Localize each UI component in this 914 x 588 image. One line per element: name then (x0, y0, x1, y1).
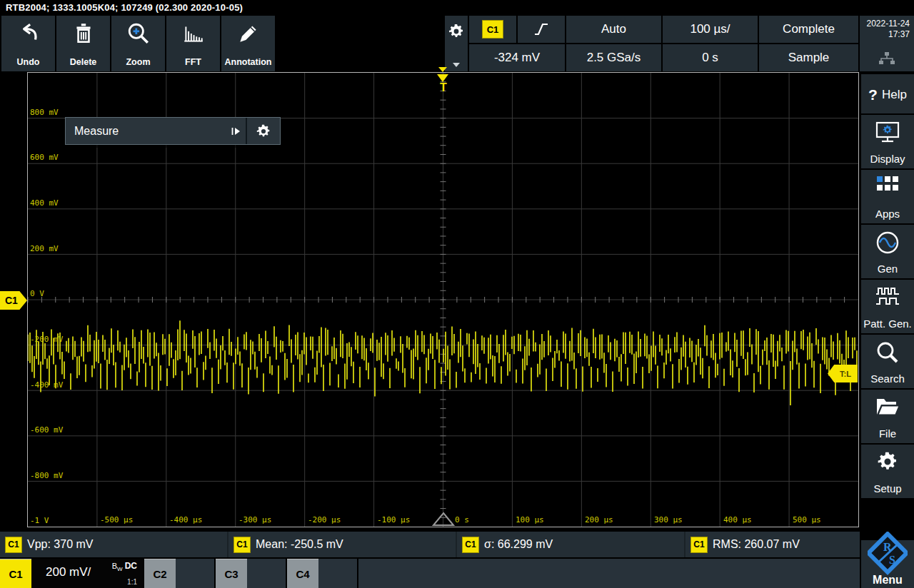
sidebar-item-gen[interactable]: Gen (861, 225, 914, 278)
sidebar-item-setup[interactable]: Setup (861, 445, 914, 498)
measurement-value: σ: 66.299 mV (484, 538, 553, 551)
sidebar-item-apps[interactable]: Apps (861, 170, 914, 223)
time-label: 200 µs (585, 515, 613, 524)
voltage-label: 600 mV (30, 153, 59, 162)
zoom-label: Zoom (126, 57, 150, 67)
chevron-down-icon (453, 63, 460, 67)
measurement-rms: C1 RMS: 260.07 mV (686, 532, 860, 557)
sidebar-item-help[interactable]: ? Help (861, 74, 914, 113)
time-label: -300 µs (238, 515, 271, 524)
channel-c4-settings[interactable] (318, 559, 357, 588)
status-trigger-slope[interactable] (518, 16, 565, 43)
undo-label: Undo (17, 57, 40, 67)
sidebar-item-label: Apps (875, 208, 900, 220)
undo-icon (16, 21, 41, 46)
sample-rate-value: 2.5 GSa/s (587, 51, 641, 65)
rising-edge-icon (533, 21, 550, 38)
date-time-panel[interactable]: 2022-11-24 17:37 (860, 16, 914, 71)
display-icon (875, 121, 900, 143)
voltage-label: 200 mV (30, 244, 59, 253)
status-trigger-source[interactable]: C1 (469, 16, 516, 43)
measure-popup-title[interactable]: Measure (66, 118, 226, 144)
channel-tab-c3[interactable]: C3 (216, 559, 247, 588)
sidebar-item-label: Search (870, 372, 905, 385)
sidebar-item-search[interactable]: Search (861, 335, 914, 388)
status-time: 17:37 (867, 29, 910, 40)
status-timebase[interactable]: 100 µs/ (663, 16, 758, 43)
channel-c1-settings[interactable]: 200 mV/ BW DC 1:1 (31, 559, 143, 588)
status-trigger-mode[interactable]: Auto (566, 16, 661, 43)
time-label: 0 s (455, 515, 469, 524)
toolbar-settings-button[interactable] (445, 16, 468, 71)
sidebar-item-label: File (879, 427, 896, 440)
time-label: 400 µs (723, 515, 752, 524)
channel-badge: C1 (5, 537, 22, 553)
undo-button[interactable]: Undo (1, 16, 55, 71)
status-acquisition-mode[interactable]: Sample (759, 44, 858, 71)
pencil-icon (236, 21, 261, 46)
channel-c3-settings[interactable] (247, 559, 286, 588)
sidebar-item-label: Patt. Gen. (863, 318, 912, 330)
annotation-button[interactable]: Annotation (221, 16, 275, 71)
zoom-button[interactable]: Zoom (111, 16, 165, 71)
channel-tab-label: C2 (153, 568, 166, 580)
lan-icon (878, 51, 896, 66)
measurement-bar: C1 Vpp: 370 mV C1 Mean: -250.5 mV C1 σ: … (0, 532, 860, 557)
channel-badge: C1 (462, 537, 479, 553)
search-icon (875, 340, 900, 365)
trigger-position-label: T (438, 81, 449, 94)
sidebar-item-label: Help (882, 88, 907, 102)
time-label: -100 µs (377, 515, 410, 524)
channel-badge: C1 (233, 537, 251, 553)
measurement-sigma: C1 σ: 66.299 mV (457, 532, 684, 557)
voltage-label: -800 mV (30, 471, 63, 480)
sidebar-item-pattern-generator[interactable]: Patt. Gen. (861, 280, 914, 333)
sidebar-item-label: Display (870, 153, 905, 165)
sidebar-item-label: Gen (878, 263, 898, 275)
status-sample-rate[interactable]: 2.5 GSa/s (566, 44, 661, 71)
channel-c2-settings[interactable] (176, 559, 214, 588)
measure-popup[interactable]: Measure (65, 117, 281, 145)
voltage-label: 400 mV (30, 198, 59, 208)
status-horizontal-position[interactable]: 0 s (663, 44, 758, 71)
device-info: RTB2004; 1333.1005K04; 107249 (02.300 20… (6, 2, 243, 13)
delete-button[interactable]: Delete (56, 16, 110, 71)
channel-tab-c1[interactable]: C1 (0, 559, 31, 588)
status-date: 2022-11-24 (867, 19, 910, 29)
trigger-level-value: -324 mV (494, 51, 540, 65)
time-label: -200 µs (308, 515, 341, 524)
fft-button[interactable]: FFT (166, 16, 220, 71)
voltage-label: 0 V (30, 289, 44, 298)
acquisition-mode-value: Sample (788, 51, 830, 65)
voltage-label: 800 mV (30, 108, 59, 117)
title-bar: RTB2004; 1333.1005K04; 107249 (02.300 20… (0, 0, 914, 16)
expand-right-icon[interactable] (226, 118, 246, 144)
voltage-label: -400 mV (30, 380, 63, 390)
menu-button[interactable]: RS Menu (861, 540, 914, 588)
sidebar-item-file[interactable]: File (861, 390, 914, 443)
channel-bar: C1 200 mV/ BW DC 1:1 C2 C3 C4 (0, 559, 860, 588)
channel-tab-c4[interactable]: C4 (287, 559, 318, 588)
channel-tab-label: C4 (296, 568, 309, 580)
channel-marker-label: C1 (5, 295, 18, 306)
trash-icon (71, 21, 96, 46)
time-label: -500 µs (100, 515, 133, 524)
time-label: -400 µs (169, 515, 202, 524)
channel-tab-c2[interactable]: C2 (144, 559, 176, 588)
pattern-generator-icon (875, 285, 900, 307)
measure-settings-button[interactable] (247, 118, 280, 144)
status-trigger-level[interactable]: -324 mV (469, 44, 565, 71)
status-acquisition-status[interactable]: Complete (759, 16, 858, 43)
trigger-level-marker-label: T:L (840, 370, 851, 378)
channel-position-marker[interactable]: C1 (0, 291, 27, 310)
svg-text:R: R (883, 541, 892, 553)
menu-label: Menu (861, 574, 914, 587)
measurement-vpp: C1 Vpp: 370 mV (0, 532, 227, 557)
channel-scale: 200 mV/ (46, 565, 91, 579)
time-label: 300 µs (654, 515, 683, 524)
sidebar-item-label: Setup (873, 482, 901, 495)
question-mark-icon: ? (868, 86, 878, 103)
trigger-position-mini-marker[interactable] (438, 67, 447, 72)
horizontal-position-marker[interactable] (432, 512, 455, 527)
sidebar-item-display[interactable]: Display (861, 115, 914, 168)
